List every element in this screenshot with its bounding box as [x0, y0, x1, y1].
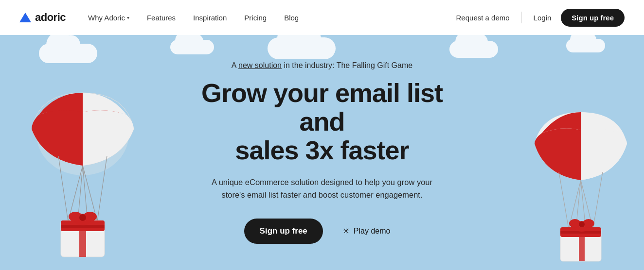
chevron-down-icon: ▾	[127, 15, 129, 20]
hero-title: Grow your email list and sales 3x faster	[186, 79, 458, 165]
hero-buttons: Sign up free ✳ Play demo	[186, 219, 458, 244]
svg-line-20	[593, 172, 603, 229]
hero-signup-button[interactable]: Sign up free	[244, 219, 323, 244]
svg-line-19	[559, 172, 569, 229]
nav-item-inspiration[interactable]: Inspiration	[186, 10, 233, 26]
nav-divider	[521, 12, 522, 23]
logo-text: adoric	[35, 11, 66, 24]
hero-section: A new solution in the industry: The Fall…	[0, 35, 644, 270]
nav-item-features[interactable]: Features	[140, 10, 182, 26]
play-demo-button[interactable]: ✳ Play demo	[333, 219, 400, 243]
parachute-left	[29, 85, 136, 270]
logo[interactable]: adoric	[19, 11, 66, 24]
hero-subtitle-highlight: new solution	[238, 61, 282, 69]
svg-point-28	[579, 221, 585, 227]
cloud-5	[566, 39, 605, 52]
svg-point-14	[79, 214, 86, 221]
cloud-4	[449, 41, 498, 58]
play-demo-icon: ✳	[342, 226, 350, 236]
hero-description: A unique eCommerce solution designed to …	[205, 176, 439, 202]
nav-signup-button[interactable]: Sign up free	[561, 9, 625, 27]
cloud-3	[268, 37, 336, 59]
nav-item-blog[interactable]: Blog	[277, 10, 305, 26]
hero-subtitle: A new solution in the industry: The Fall…	[186, 61, 458, 70]
nav-item-pricing[interactable]: Pricing	[237, 10, 273, 26]
navbar: adoric Why Adoric ▾ Features Inspiration…	[0, 0, 644, 35]
request-demo-button[interactable]: Request a demo	[448, 10, 518, 26]
logo-icon	[19, 13, 31, 22]
nav-right: Request a demo Login Sign up free	[448, 9, 625, 27]
cloud-2	[170, 40, 214, 54]
parachute-right	[532, 105, 629, 270]
cloud-1	[39, 44, 97, 63]
login-button[interactable]: Login	[526, 10, 559, 26]
nav-item-why-adoric[interactable]: Why Adoric ▾	[81, 10, 136, 26]
nav-links: Why Adoric ▾ Features Inspiration Pricin…	[81, 10, 448, 26]
hero-content: A new solution in the industry: The Fall…	[176, 61, 468, 244]
